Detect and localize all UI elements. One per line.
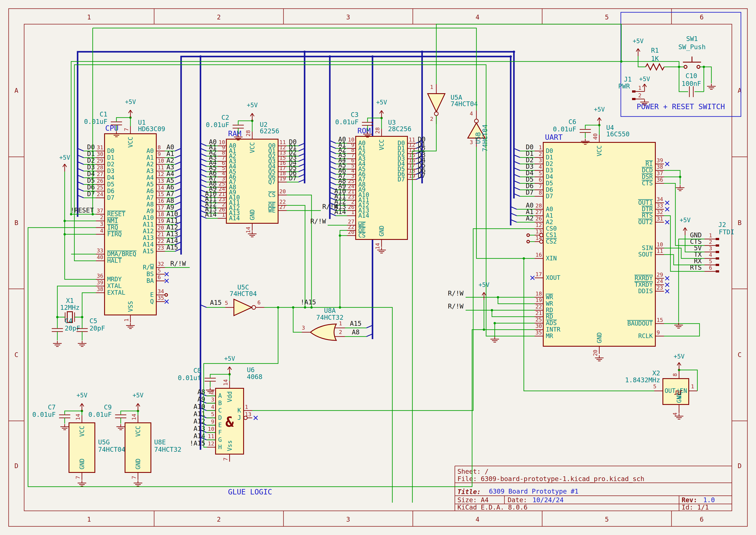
chip-ref: X1 [66,297,74,304]
pin-name: DSR [642,173,653,180]
bus-entry [330,182,336,185]
bus-entry [175,175,181,178]
pin-number: 15 [158,191,164,197]
chip-body-glyph: & [226,414,234,430]
capacitor-symbol[interactable] [362,122,373,125]
pin-name: A0 [147,147,154,155]
capacitor-symbol[interactable] [115,415,126,418]
pin-name: H [218,443,222,451]
connector-pad[interactable] [716,270,719,272]
pin-number: 1 [245,404,248,410]
frame-row-label: D [738,462,742,470]
net-label: A12 [166,223,178,231]
pin-name: MR [546,332,553,340]
pin-name: G [218,436,222,443]
bus-entry [78,168,84,171]
pin-name: D1 [107,154,115,161]
text-label: 2 [709,239,712,245]
pin-number: 3 [539,157,542,163]
pin-number: 15 [657,317,663,323]
net-label: A5 [166,177,174,184]
net-label: !A15 [301,298,316,306]
pin-number: 7 [123,128,129,131]
pin-number: 27 [97,171,103,177]
net-label: D0 [87,143,95,151]
chip-value: SW_Push [678,43,706,51]
frame-row-label: B [738,219,742,227]
junction-dot [304,306,306,309]
pin-number: 17 [158,205,164,211]
pin-name: GND [135,459,142,469]
net-label: A9 [166,204,174,211]
titleblock-size: Size: A4 [457,496,489,504]
capacitor-symbol[interactable] [204,378,216,381]
bus-entry [201,159,206,161]
bus-entry [78,175,84,178]
pin-name: A4 [147,174,154,181]
pin-number: 2 [539,151,542,157]
capacitor-symbol[interactable] [580,129,591,132]
pin-name: VCC [135,426,142,437]
pin-name: IRQ [107,224,118,231]
pin-number: 3 [100,221,103,227]
or-gate-U8A[interactable] [310,324,336,340]
pin-name: D4 [546,173,553,180]
schematic-canvas[interactable]: 112233445566AABBCCDDSheet: /File: 6309-b… [0,0,756,535]
chip-function-label: ROM [357,127,370,135]
pin-number: 14 [158,184,164,191]
capacitor-symbol[interactable] [232,125,244,128]
pin-number: 20 [348,229,354,235]
power-reset-group-box [621,12,741,117]
text-label: 1 [691,383,694,390]
pin-number: 25 [97,184,103,191]
titleblock-sheet: Sheet: / [457,468,489,475]
connector-pad[interactable] [632,90,635,93]
pin-number: 16 [535,252,542,258]
net-label: A6 [166,183,174,191]
inverter-U5A[interactable] [428,94,445,112]
pin-name: D1 [546,154,553,161]
bus-entry [175,182,181,184]
pin-name: DTR [642,206,653,213]
pin-name: A3 [147,167,154,175]
connector-pad[interactable] [716,244,719,246]
bus-entry [330,151,336,154]
capacitor-symbol[interactable] [59,415,70,418]
titleblock-date-label: Date: [508,496,527,504]
chip-ref: J2 [718,221,726,228]
pin-name: Vss [226,440,233,451]
pin-name: RI [645,160,653,167]
connector-pad[interactable] [716,251,719,253]
capacitor-symbol[interactable] [52,328,63,331]
connector-pad[interactable] [716,264,719,266]
chip-value: 4068 [247,373,262,380]
chip-value: 12MHz [60,304,80,311]
text-label: 1 [709,232,712,239]
bus-entry [514,194,520,196]
frame-col-label: 5 [605,14,609,21]
connector-pad[interactable] [632,98,635,100]
pin-name: F [218,429,222,436]
pin-number: 8 [158,144,161,151]
pin-name: NMI [107,217,118,224]
pin-name: WR [546,300,553,307]
bus-entry [78,188,84,191]
bus-entry [330,146,336,149]
inverter-U5C[interactable] [234,299,252,316]
connector-pad[interactable] [716,257,719,260]
net-label: A15 [166,243,178,251]
wire [704,67,711,83]
titleblock-file: File: 6309-board-prototype-1.kicad_pro.k… [457,475,644,483]
power-5v-label: +5V [478,281,490,289]
pin-number: 22 [535,303,542,310]
chip-body-U4[interactable] [543,142,655,346]
wire [57,286,96,317]
pin-number: 19 [409,173,415,179]
pin-number: 14 [535,235,542,241]
pin-name: XOUT [546,274,560,281]
power-5v-label: +5V [224,355,235,362]
chip-value: FTDI [719,228,734,236]
connector-pad[interactable] [716,238,719,240]
text-label: 2 [638,92,641,99]
switch-SW1[interactable] [684,65,700,69]
